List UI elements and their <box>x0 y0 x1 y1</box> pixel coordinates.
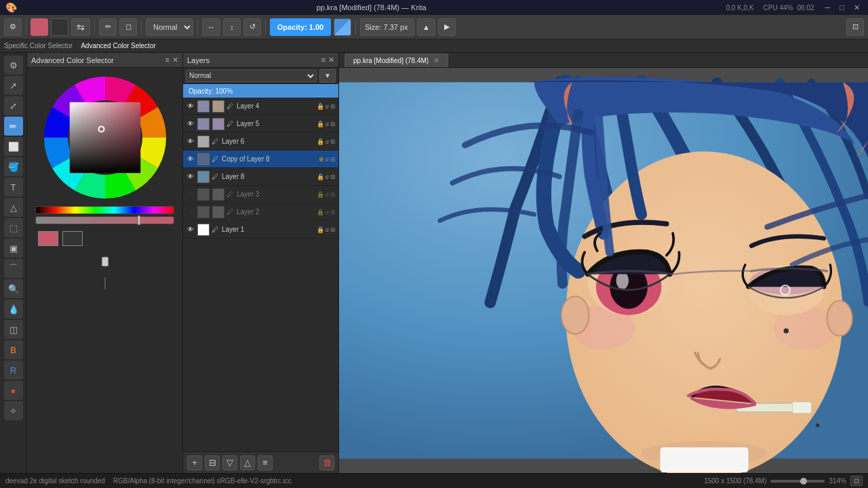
move-up-btn[interactable]: △ <box>240 455 255 470</box>
layer-item-2[interactable]: ○ 🖊 Layer 2 🔒 α ⊞ <box>183 203 338 221</box>
brush-tool-btn[interactable]: ✏ <box>99 18 117 36</box>
canvas-tab-main[interactable]: pp.kra [Modified] (78.4M) ✕ <box>344 54 448 67</box>
layer-merge-5[interactable]: ⊞ <box>330 121 336 127</box>
size-field[interactable] <box>360 18 414 36</box>
fg-color-swatch[interactable] <box>38 231 58 246</box>
size-inc-btn[interactable]: ▲ <box>417 18 435 36</box>
layer-blend-mode-select[interactable]: Normal <box>186 70 317 82</box>
tool-zoom[interactable]: 🔍 <box>4 279 23 298</box>
layer-merge-6[interactable]: ⊞ <box>330 138 336 145</box>
color-wheel-container[interactable] <box>41 73 170 202</box>
add-layer-btn[interactable]: + <box>187 455 202 470</box>
layer-eye-copy-8[interactable]: 👁 <box>186 155 195 164</box>
layer-name-8[interactable]: Layer 8 <box>222 173 315 180</box>
move-down-btn[interactable]: ▽ <box>222 455 237 470</box>
layer-eye-2[interactable]: ○ <box>186 207 195 217</box>
layer-item-8[interactable]: 👁 🖊 Layer 8 🔒 α ⊞ <box>183 168 338 186</box>
tool-transform[interactable]: ⤢ <box>4 96 23 115</box>
color-bg-btn[interactable] <box>51 18 68 36</box>
color-fg-btn[interactable] <box>31 18 48 36</box>
color-panel-close[interactable]: ✕ <box>172 56 178 64</box>
tool-unknown-2[interactable]: ✧ <box>4 401 23 420</box>
layer-eye-6[interactable]: 👁 <box>186 137 195 146</box>
bg-color-swatch[interactable] <box>62 231 83 246</box>
layer-eye-1[interactable]: 👁 <box>186 225 195 235</box>
layer-eye-5[interactable]: 👁 <box>186 119 195 129</box>
canvas-tab-close[interactable]: ✕ <box>433 56 439 64</box>
fullscreen-btn[interactable]: ⊡ <box>846 18 864 36</box>
layer-eye-4[interactable]: 👁 <box>186 102 195 111</box>
layer-item-5[interactable]: 👁 🖊 Layer 5 🔒 α ⊞ <box>183 115 338 133</box>
layer-lock-6[interactable]: 🔒 <box>317 138 324 145</box>
layer-alpha-copy-8[interactable]: α <box>326 156 329 163</box>
layer-item-3[interactable]: ○ 🖊 Layer 3 🔒 α ⊞ <box>183 186 338 203</box>
zoom-slider[interactable] <box>770 480 825 483</box>
layer-alpha-4[interactable]: α <box>326 103 329 110</box>
layer-eye-3[interactable]: ○ <box>186 190 195 199</box>
hue-bar[interactable] <box>35 206 174 214</box>
layer-merge-3[interactable]: ⊞ <box>330 191 336 198</box>
layer-item-4[interactable]: 👁 🖊 Layer 4 🔒 α ⊞ <box>183 98 338 115</box>
color-square-canvas[interactable] <box>69 102 140 174</box>
minimize-btn[interactable]: ─ <box>823 3 833 12</box>
canvas-container[interactable] <box>339 68 868 473</box>
blending-mode-select[interactable]: Normal <box>146 18 193 36</box>
tool-reference[interactable]: R <box>4 361 23 380</box>
layer-name-3[interactable]: Layer 3 <box>237 190 315 198</box>
eraser-btn[interactable]: ◻ <box>119 18 137 36</box>
layer-merge-copy-8[interactable]: ⊞ <box>330 156 336 163</box>
swap-colors-btn[interactable]: ⇆ <box>71 18 90 36</box>
layer-alpha-3[interactable]: α <box>326 191 329 198</box>
color-wheel-area[interactable] <box>27 68 182 473</box>
layer-item-copy-8[interactable]: 👁 🖊 Copy of Layer 8 ⊕ α ⊞ <box>183 150 338 168</box>
layer-lock-1[interactable]: 🔒 <box>317 226 324 233</box>
tool-text[interactable]: T <box>4 178 23 197</box>
play-btn[interactable]: ▶ <box>438 18 456 36</box>
tool-lasso[interactable]: ⌒ <box>4 259 23 278</box>
specific-color-tab[interactable]: Specific Color Selector <box>4 42 73 49</box>
layer-item-6[interactable]: 👁 🖊 Layer 6 🔒 α ⊞ <box>183 133 338 150</box>
layer-name-1[interactable]: Layer 1 <box>222 226 315 233</box>
layer-options-btn[interactable]: ≡ <box>258 455 273 470</box>
tool-color-picker[interactable]: 💧 <box>4 300 23 319</box>
tool-brush[interactable]: ✏ <box>4 117 23 136</box>
settings-btn[interactable]: ⚙ <box>4 18 22 36</box>
tool-gradient[interactable]: ◫ <box>4 320 23 339</box>
tool-eraser[interactable]: ⬜ <box>4 137 23 156</box>
layer-lock-4[interactable]: 🔒 <box>317 103 324 110</box>
layer-mode-btn[interactable]: ▼ <box>319 69 336 83</box>
layer-lock-5[interactable]: 🔒 <box>317 121 324 127</box>
layer-alpha-2[interactable]: α <box>326 209 329 216</box>
tool-select[interactable]: ▣ <box>4 239 23 258</box>
layer-name-copy-8[interactable]: Copy of Layer 8 <box>222 155 317 163</box>
layer-merge-8[interactable]: ⊞ <box>330 174 336 180</box>
layer-alpha-8[interactable]: α <box>326 174 329 180</box>
layer-name-5[interactable]: Layer 5 <box>237 120 315 127</box>
tool-unknown-1[interactable]: ● <box>4 381 23 400</box>
delete-layer-btn[interactable]: 🗑 <box>319 455 334 470</box>
layers-close[interactable]: ✕ <box>328 56 334 64</box>
mirror-h-btn[interactable]: ↔ <box>202 18 220 36</box>
mirror-v-btn[interactable]: ↕ <box>223 18 241 36</box>
layer-alpha-1[interactable]: α <box>326 226 329 233</box>
layer-lock-3[interactable]: 🔒 <box>317 191 324 198</box>
close-btn[interactable]: ✕ <box>851 3 863 12</box>
tool-blender-link[interactable]: B <box>4 340 23 359</box>
layer-merge-4[interactable]: ⊞ <box>330 103 336 110</box>
tool-settings[interactable]: ⚙ <box>4 56 23 75</box>
layer-merge-1[interactable]: ⊞ <box>330 226 336 233</box>
layer-name-2[interactable]: Layer 2 <box>237 208 315 216</box>
layer-eye-8[interactable]: 👁 <box>186 172 195 182</box>
layer-alpha-5[interactable]: α <box>326 121 329 127</box>
advanced-color-tab[interactable]: Advanced Color Selector <box>81 42 156 49</box>
opacity-field[interactable]: Opacity: 1.00 <box>270 18 331 36</box>
zoom-fit-btn[interactable]: ⊡ <box>850 476 863 486</box>
color-square[interactable] <box>69 102 140 174</box>
color-panel-config[interactable]: ≡ <box>165 56 170 64</box>
tool-crop[interactable]: ⬚ <box>4 218 23 237</box>
layer-merge-2[interactable]: ⊞ <box>330 209 336 216</box>
maximize-btn[interactable]: □ <box>837 3 847 12</box>
opacity-bar-row[interactable]: Opacity: 100% <box>183 84 338 98</box>
layer-name-6[interactable]: Layer 6 <box>222 138 315 145</box>
tool-fill[interactable]: 🪣 <box>4 157 23 176</box>
